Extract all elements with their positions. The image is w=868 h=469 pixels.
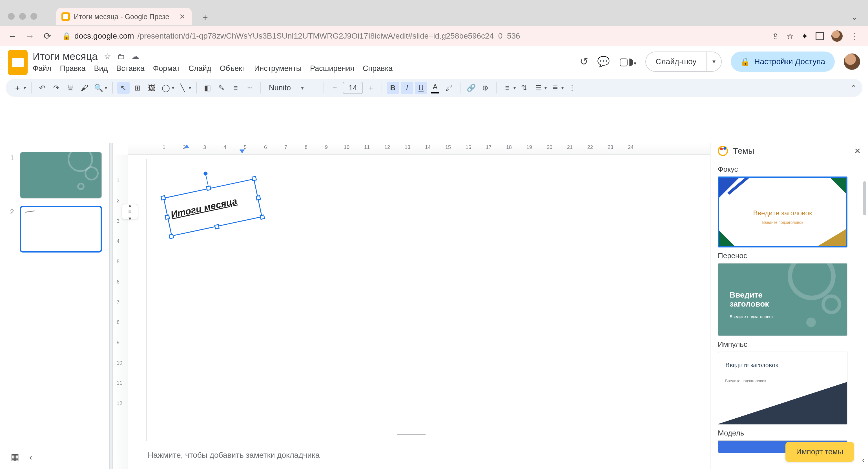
bold-icon[interactable]: B [386,81,399,94]
align-icon[interactable]: ≡ [501,81,514,94]
numbered-list-icon[interactable]: ≣ [549,81,561,94]
menu-help[interactable]: Справка [363,64,393,73]
shape-dropdown-icon[interactable]: ▾ [172,85,174,91]
url-input[interactable]: 🔒 docs.google.com/presentation/d/1-qp78z… [59,29,766,43]
shape-tool-icon[interactable]: ◯ [159,81,172,94]
menu-view[interactable]: Вид [94,64,108,73]
italic-icon[interactable]: I [401,81,413,94]
fontsize-decrease-icon[interactable]: − [329,81,341,94]
menu-extensions[interactable]: Расширения [310,64,354,73]
window-min-dot[interactable] [19,13,26,20]
menu-edit[interactable]: Правка [60,64,85,73]
theme-card-impulse[interactable]: Введите заголовок Введите подзаголовок [718,351,847,425]
redo-icon[interactable]: ↷ [50,81,63,94]
numlist-dropdown-icon[interactable]: ▾ [561,85,564,91]
close-icon[interactable]: ✕ [854,146,861,156]
fontsize-increase-icon[interactable]: + [365,81,377,94]
resize-handle-bm[interactable] [214,224,220,229]
menu-object[interactable]: Объект [220,64,246,73]
tab-close-icon[interactable]: ✕ [179,12,185,21]
nav-back-icon[interactable]: ← [7,30,18,42]
bookmark-star-icon[interactable]: ☆ [786,31,794,41]
new-slide-button[interactable]: ＋ [11,81,24,94]
highlight-icon[interactable]: 🖊 [443,81,456,94]
filmstrip-resize-handle[interactable] [110,143,113,469]
new-slide-dropdown-icon[interactable]: ▾ [24,85,26,91]
font-select[interactable]: Nunito ▾ [266,83,319,92]
menu-file[interactable]: Файл [33,64,51,73]
resize-handle-br[interactable] [259,214,265,220]
link-icon[interactable]: 🔗 [465,81,477,94]
filmstrip-slide-1[interactable]: 1 [10,152,107,198]
nav-reload-icon[interactable]: ⟳ [42,30,53,42]
browser-menu-icon[interactable]: ⋮ [850,31,859,41]
collapse-filmstrip-icon[interactable]: ‹ [29,452,32,462]
window-max-dot[interactable] [30,13,37,20]
rotation-handle-icon[interactable] [203,171,208,176]
nav-forward-icon[interactable]: → [24,30,35,42]
line-dropdown-icon[interactable]: ▾ [189,85,191,91]
menu-tools[interactable]: Инструменты [254,64,302,73]
line-spacing-icon[interactable]: ⇅ [518,81,530,94]
undo-icon[interactable]: ↶ [36,81,49,94]
paint-format-icon[interactable]: 🖌 [79,81,91,94]
slide-thumbnail[interactable] [20,152,102,198]
extensions-icon[interactable]: ✦ [801,31,808,41]
side-panel-collapse-icon[interactable]: ‹ [862,456,865,465]
resize-handle-tl[interactable] [161,195,166,200]
border-weight-icon[interactable]: ≡ [229,81,242,94]
border-color-icon[interactable]: ✎ [215,81,228,94]
filmstrip-slide-2[interactable]: 2 [10,206,107,253]
text-color-icon[interactable]: A [429,81,441,94]
resize-handle-ml[interactable] [164,214,170,220]
menu-slide[interactable]: Слайд [189,64,211,73]
share-page-icon[interactable]: ⇪ [772,31,779,41]
window-close-dot[interactable] [8,13,14,20]
line-tool-icon[interactable]: ╲ [177,81,189,94]
image-tool-icon[interactable]: 🖼 [146,81,158,94]
align-dropdown-icon[interactable]: ▾ [514,85,516,91]
zoom-dropdown-icon[interactable]: ▾ [105,85,107,91]
tabs-overflow-icon[interactable]: ⌄ [851,12,858,22]
resize-handle-mr[interactable] [256,195,261,200]
slide-canvas[interactable]: ▴≡▾ Итоги месяца [147,159,647,443]
bulleted-list-icon[interactable]: ☰ [532,81,545,94]
fill-color-icon[interactable]: ◧ [201,81,214,94]
browser-tab-active[interactable]: Итоги месяца - Google Презе ✕ [56,8,192,25]
profile-avatar-icon[interactable] [831,30,843,42]
collapse-toolbar-icon[interactable]: ⌃ [850,83,857,93]
selected-textbox[interactable]: Итоги месяца [163,178,262,236]
explore-grid-icon[interactable]: ▦ [11,451,19,462]
border-dash-icon[interactable]: ┄ [244,81,256,94]
resize-handle-tm[interactable] [206,186,211,191]
comments-icon[interactable]: 💬 [597,56,610,68]
textbox-tool-icon[interactable]: ⊞ [131,81,144,94]
more-icon[interactable]: ⋮ [566,81,578,94]
vertical-ruler[interactable]: 1 2 3 4 5 6 7 8 9 10 11 12 [113,155,128,469]
select-tool-icon[interactable]: ↖ [117,81,130,94]
theme-card-focus[interactable]: Введите заголовок Введите подзаголовок [718,176,847,247]
resize-handle-bl[interactable] [169,234,174,239]
notes-resize-handle[interactable] [397,434,426,435]
speaker-notes[interactable]: Нажмите, чтобы добавить заметки докладчи… [128,441,710,469]
share-button[interactable]: 🔒 Настройки Доступа [731,52,835,72]
indent-marker-first-icon[interactable] [184,144,189,148]
resize-handle-tr[interactable] [251,176,257,181]
print-icon[interactable]: 🖶 [64,81,76,94]
menu-format[interactable]: Формат [153,64,180,73]
slide-thumbnail-selected[interactable] [20,206,102,253]
account-avatar-icon[interactable] [844,54,860,70]
import-theme-button[interactable]: Импорт темы [785,442,854,462]
theme-card-perenos[interactable]: Введите заголовок Введите подзаголовок [718,263,847,336]
history-icon[interactable]: ↺ [580,56,588,68]
star-icon[interactable]: ☆ [104,52,111,61]
fontsize-input[interactable]: 14 [343,81,363,94]
bullist-dropdown-icon[interactable]: ▾ [545,85,547,91]
cloud-status-icon[interactable]: ☁ [131,52,139,61]
slideshow-button[interactable]: Слайд-шоу ▾ [645,52,722,72]
sidepanel-icon[interactable] [815,32,824,40]
indent-marker-left-icon[interactable] [240,149,245,154]
meet-icon[interactable]: ▢◗▾ [619,56,637,68]
underline-icon[interactable]: U [415,81,427,94]
add-comment-icon[interactable]: ⊕ [479,81,492,94]
